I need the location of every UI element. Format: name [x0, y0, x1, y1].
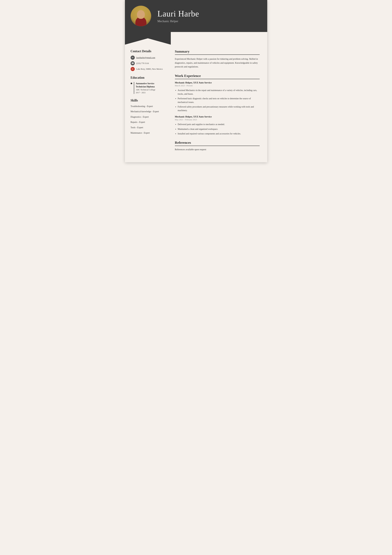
- edu-school: ABC Technical College: [136, 88, 156, 91]
- job-1: Mechanic Helper, XYZ Auto Service March …: [175, 81, 260, 112]
- resume-document: Lauri Harbe Mechanic Helper Contact Deta…: [125, 0, 267, 162]
- job-1-title: Mechanic Helper, XYZ Auto Service: [175, 81, 260, 84]
- skills-section: Skills Troubleshooting - Expert Mechanic…: [131, 99, 164, 135]
- edu-degree-line1: Automotive Service: [136, 82, 156, 85]
- location-contact-item: ⊙ Lake Rory, 50883, New Mexico: [131, 67, 164, 71]
- sidebar: Contact Details ✉ lauriharbe@gmail.com ☎…: [125, 46, 169, 162]
- phone-text: (233) 779 5116: [136, 62, 149, 65]
- job-2-date: May 2021 - February 2023: [175, 118, 260, 121]
- skills-section-title: Skills: [131, 99, 164, 102]
- job-1-bullets: Assisted Mechanics in the repair and mai…: [178, 88, 260, 112]
- summary-section: Summary Experienced Mechanic Helper with…: [175, 49, 260, 69]
- summary-section-title: Summary: [175, 49, 260, 55]
- avatar: [131, 6, 151, 26]
- header-section: Lauri Harbe Mechanic Helper: [125, 0, 267, 32]
- email-icon: ✉: [131, 56, 135, 60]
- phone-contact-item: ☎ (233) 779 5116: [131, 61, 164, 65]
- skill-item-6: Maintenance - Expert: [131, 131, 164, 135]
- edu-years: 2017 - 2021: [136, 91, 156, 94]
- job-2-bullet-2: Maintained a clean and organized workspa…: [178, 127, 260, 131]
- job-1-bullet-2: Performed basic diagnostic checks and te…: [178, 97, 260, 104]
- edu-bullet-icon: [131, 83, 132, 84]
- content-area: Contact Details ✉ lauriharbe@gmail.com ☎…: [125, 43, 267, 162]
- skill-item-2: Mechanical knowledge - Expert: [131, 110, 164, 113]
- location-icon: ⊙: [131, 67, 135, 71]
- skill-item-4: Repairs - Expert: [131, 121, 164, 124]
- edu-content: Automotive Service Technician Diploma AB…: [134, 82, 156, 94]
- email-contact-item: ✉ lauriharbe@gmail.com: [131, 56, 164, 60]
- location-text: Lake Rory, 50883, New Mexico: [136, 68, 163, 70]
- phone-icon: ☎: [131, 61, 135, 65]
- references-text: References available upon request: [175, 148, 260, 151]
- job-1-bullet-1: Assisted Mechanics in the repair and mai…: [178, 88, 260, 96]
- candidate-name: Lauri Harbe: [157, 9, 260, 18]
- email-link[interactable]: lauriharbe@gmail.com: [136, 56, 155, 59]
- skill-item-5: Tools - Expert: [131, 126, 164, 129]
- header-right-fill: [171, 32, 267, 38]
- education-section-title: Education: [131, 76, 164, 80]
- header-chevron-row: [125, 32, 267, 38]
- job-1-date: March 2023 - Present: [175, 84, 260, 87]
- job-1-bullet-3: Followed safety procedures and precautio…: [178, 105, 260, 112]
- references-section: References References available upon req…: [175, 141, 260, 151]
- candidate-title: Mechanic Helper: [157, 20, 260, 23]
- education-section: Education Automotive Service Technician …: [131, 76, 164, 94]
- job-2-bullet-1: Delivered parts and supplies to mechanic…: [178, 123, 260, 126]
- job-2: Mechanic Helper, XYZ Auto Service May 20…: [175, 115, 260, 135]
- references-section-title: References: [175, 141, 260, 146]
- job-2-bullet-3: Installed and repaired various component…: [178, 132, 260, 136]
- edu-degree-line2: Technician Diploma: [136, 85, 156, 88]
- skill-item-3: Diagnostics - Expert: [131, 115, 164, 119]
- work-experience-section: Work Experience Mechanic Helper, XYZ Aut…: [175, 74, 260, 136]
- skill-item-1: Troubleshooting - Expert: [131, 105, 164, 108]
- job-2-title: Mechanic Helper, XYZ Auto Service: [175, 115, 260, 118]
- edu-item: Automotive Service Technician Diploma AB…: [131, 82, 164, 94]
- avatar-image: [131, 6, 151, 26]
- header-text: Lauri Harbe Mechanic Helper: [157, 9, 260, 23]
- summary-text: Experienced Mechanic Helper with a passi…: [175, 57, 260, 69]
- main-content: Summary Experienced Mechanic Helper with…: [169, 46, 267, 162]
- header-chevron: [125, 32, 171, 38]
- contact-section-title: Contact Details: [131, 49, 164, 53]
- contact-section: Contact Details ✉ lauriharbe@gmail.com ☎…: [131, 49, 164, 71]
- work-experience-title: Work Experience: [175, 74, 260, 79]
- job-2-bullets: Delivered parts and supplies to mechanic…: [178, 123, 260, 135]
